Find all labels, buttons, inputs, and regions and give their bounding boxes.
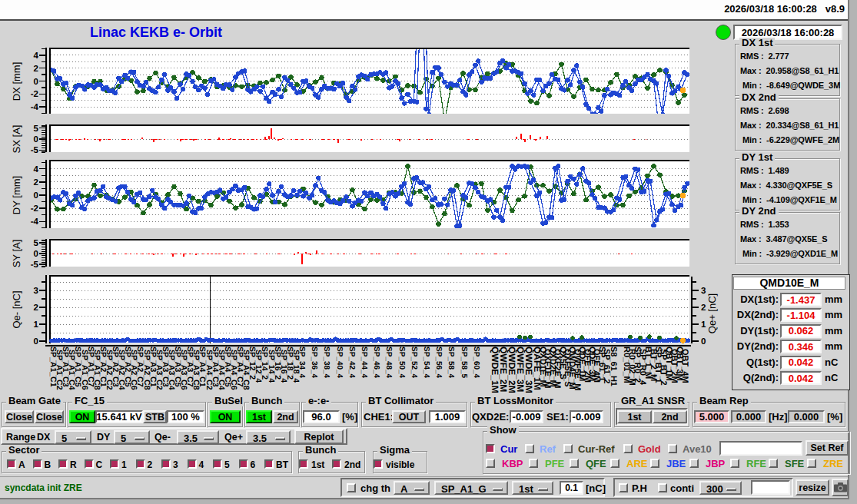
- svg-text:SP_54_4: SP_54_4: [422, 346, 430, 379]
- svg-text:SP_60_4: SP_60_4: [472, 346, 480, 379]
- svg-text:0: 0: [34, 78, 38, 87]
- svg-text:-4: -4: [31, 103, 39, 112]
- svg-text:5: 5: [34, 239, 39, 248]
- svg-text:SP_34_4: SP_34_4: [297, 346, 306, 379]
- svg-text:SP_38_4: SP_38_4: [322, 346, 331, 379]
- svg-text:SY [A]: SY [A]: [11, 240, 22, 268]
- svg-text:-2: -2: [31, 204, 38, 214]
- svg-text:4: 4: [34, 165, 39, 174]
- svg-text:Qe+ [nC]: Qe+ [nC]: [706, 293, 718, 333]
- svg-text:0: 0: [34, 250, 38, 259]
- svg-text:SP_44_4: SP_44_4: [360, 346, 368, 379]
- svg-text:3: 3: [34, 287, 38, 296]
- svg-text:SP_56_4: SP_56_4: [434, 346, 443, 379]
- svg-text:SP_42_4: SP_42_4: [347, 346, 356, 379]
- svg-text:SP_52_4: SP_52_4: [410, 346, 418, 379]
- svg-text:2: 2: [701, 303, 706, 313]
- svg-text:SP_40_4: SP_40_4: [335, 346, 344, 379]
- svg-text:-5: -5: [31, 260, 39, 270]
- svg-text:SP_50_4: SP_50_4: [397, 346, 406, 379]
- svg-text:2: 2: [34, 65, 38, 74]
- svg-text:2: 2: [34, 303, 38, 313]
- svg-text:SX [A]: SX [A]: [11, 125, 22, 154]
- svg-text:5: 5: [34, 124, 39, 134]
- svg-text:DX [mm]: DX [mm]: [11, 62, 22, 101]
- svg-text:SP_48_4: SP_48_4: [384, 346, 393, 379]
- svg-text:SP_46_4: SP_46_4: [372, 346, 380, 379]
- svg-text:3: 3: [701, 287, 706, 296]
- svg-text:S8_61_H1: S8_61_H1: [609, 346, 618, 386]
- svg-text:4: 4: [34, 51, 39, 61]
- svg-text:2: 2: [34, 178, 38, 187]
- svg-text:Qe- [nC]: Qe- [nC]: [11, 290, 22, 328]
- svg-text:SP_58_4: SP_58_4: [447, 346, 455, 379]
- svg-text:SP_36_4: SP_36_4: [310, 346, 318, 379]
- svg-text:QBT_4M: QBT_4M: [680, 349, 689, 383]
- svg-text:SP_58_5: SP_58_5: [460, 346, 468, 379]
- svg-text:-4: -4: [31, 217, 39, 227]
- svg-text:-5: -5: [31, 146, 39, 155]
- svg-text:0: 0: [701, 337, 706, 346]
- svg-text:-2: -2: [31, 90, 38, 99]
- svg-text:1: 1: [701, 320, 706, 330]
- svg-text:0: 0: [34, 337, 38, 346]
- svg-text:0: 0: [34, 191, 38, 201]
- svg-text:1: 1: [34, 320, 39, 330]
- svg-text:DY [mm]: DY [mm]: [11, 176, 22, 214]
- svg-text:0: 0: [34, 135, 38, 144]
